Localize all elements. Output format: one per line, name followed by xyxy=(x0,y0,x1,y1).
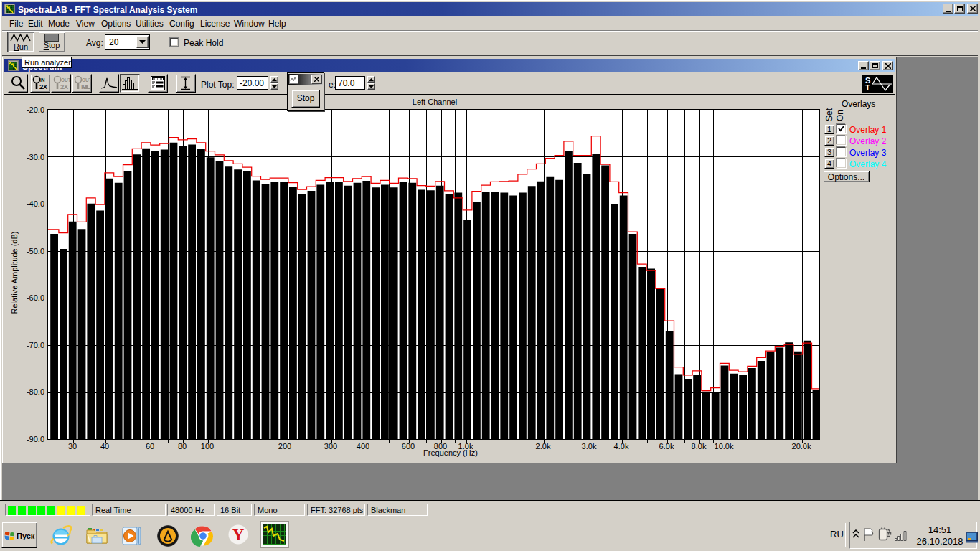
svg-text:Y: Y xyxy=(232,526,245,544)
svg-text:OUT: OUT xyxy=(82,77,91,83)
svg-text:2X: 2X xyxy=(60,83,69,90)
svg-text:IN: IN xyxy=(40,77,45,83)
svg-text:FULL: FULL xyxy=(81,83,90,90)
svg-text:OUT: OUT xyxy=(61,77,70,83)
svg-text:2X: 2X xyxy=(39,83,48,90)
svg-text:T: T xyxy=(865,83,870,92)
